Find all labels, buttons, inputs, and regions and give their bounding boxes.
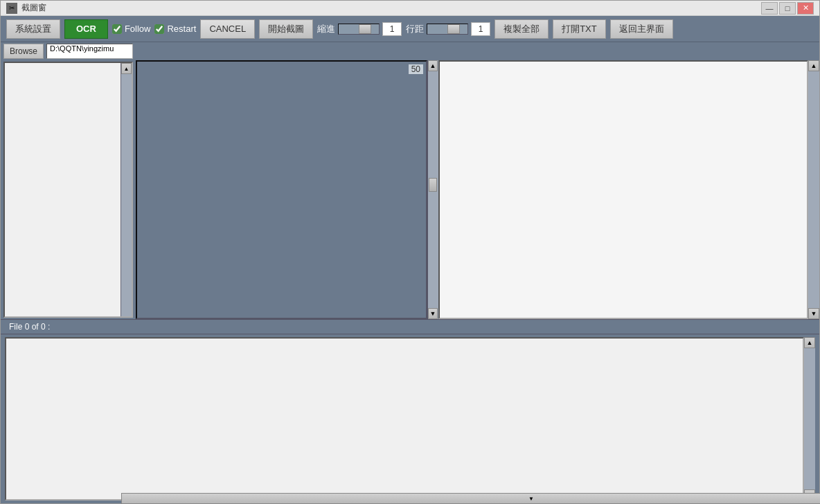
- image-scroll-track: [428, 71, 438, 308]
- ocr-button[interactable]: OCR: [64, 19, 108, 39]
- image-canvas: 50: [136, 60, 427, 319]
- filelist-scroll-up[interactable]: ▲: [121, 63, 132, 74]
- browse-button[interactable]: Browse: [3, 44, 44, 59]
- linespace-label: 行距: [406, 23, 424, 35]
- cancel-button[interactable]: CANCEL: [200, 19, 255, 39]
- image-scrollbar: ▲ ▼: [427, 60, 438, 319]
- toolbar: 系統設置 OCR Follow Restart CANCEL 開始截圖 縮進 1…: [1, 16, 819, 42]
- bottom-panel: ▲ ▼: [1, 334, 819, 503]
- system-settings-button[interactable]: 系統設置: [6, 19, 60, 39]
- bottom-scrollbar: ▲ ▼: [804, 337, 815, 501]
- restart-checkbox[interactable]: [154, 24, 164, 34]
- start-capture-button[interactable]: 開始截圖: [259, 19, 313, 39]
- return-main-button[interactable]: 返回主界面: [610, 19, 673, 39]
- image-scroll-handle[interactable]: [429, 178, 437, 192]
- linespace-slider-thumb[interactable]: [447, 24, 460, 34]
- title-controls: — □ ✕: [761, 2, 814, 15]
- text-scroll-down[interactable]: ▼: [808, 308, 819, 319]
- file-header: Browse D:\QQTN\yingzimu: [1, 42, 136, 60]
- image-panel: 50 ▲ ▼: [136, 42, 438, 319]
- text-scroll-track: [808, 71, 819, 308]
- image-scroll-down[interactable]: ▼: [428, 308, 438, 319]
- linespace-slider[interactable]: [427, 24, 468, 35]
- linespace-group: 行距 1: [406, 22, 490, 36]
- filelist-scroll-track: [121, 74, 132, 305]
- restart-label: Restart: [167, 24, 196, 34]
- file-list[interactable]: ▲ ▼: [3, 62, 133, 318]
- follow-checkbox-group: Follow: [112, 24, 151, 34]
- image-scroll-up[interactable]: ▲: [428, 60, 438, 71]
- main-content: Browse D:\QQTN\yingzimu ▲ ▼: [1, 42, 819, 503]
- status-bar: File 0 of 0 :: [1, 319, 819, 334]
- text-scrollbar: ▲ ▼: [808, 60, 819, 319]
- path-input[interactable]: D:\QQTN\yingzimu: [46, 44, 133, 59]
- file-panel: Browse D:\QQTN\yingzimu ▲ ▼: [1, 42, 136, 319]
- file-status: File 0 of 0 :: [9, 322, 50, 332]
- follow-checkbox[interactable]: [112, 24, 122, 34]
- main-window: ✂ 截圖窗 — □ ✕ 系統設置 OCR Follow Restart CANC…: [0, 0, 820, 504]
- text-scroll-up[interactable]: ▲: [808, 60, 819, 71]
- text-panel-container: ▲ ▼: [438, 42, 819, 319]
- window-icon: ✂: [6, 3, 17, 14]
- title-bar-left: ✂ 截圖窗: [6, 2, 46, 14]
- linespace-value: 1: [471, 22, 490, 36]
- window-title: 截圖窗: [21, 2, 46, 14]
- zoom-value: 1: [382, 22, 402, 36]
- zoom-slider[interactable]: [338, 24, 380, 35]
- bottom-scroll-up[interactable]: ▲: [804, 337, 815, 348]
- top-panels: Browse D:\QQTN\yingzimu ▲ ▼: [1, 42, 819, 319]
- follow-label: Follow: [125, 24, 151, 34]
- ocr-text-area[interactable]: [438, 60, 808, 319]
- maximize-button[interactable]: □: [779, 2, 796, 15]
- zoom-label: 縮進: [317, 23, 335, 35]
- title-bar: ✂ 截圖窗 — □ ✕: [1, 1, 819, 16]
- bottom-scroll-track: [804, 348, 815, 489]
- restart-checkbox-group: Restart: [154, 24, 196, 34]
- zoom-group: 縮進 1: [317, 22, 402, 36]
- close-button[interactable]: ✕: [797, 2, 814, 15]
- zoom-slider-thumb[interactable]: [359, 24, 371, 34]
- minimize-button[interactable]: —: [761, 2, 778, 15]
- image-number: 50: [409, 64, 423, 74]
- bottom-textarea[interactable]: [6, 339, 803, 499]
- bottom-text-area[interactable]: [5, 337, 804, 501]
- open-txt-button[interactable]: 打開TXT: [553, 19, 606, 39]
- copy-all-button[interactable]: 複製全部: [494, 19, 549, 39]
